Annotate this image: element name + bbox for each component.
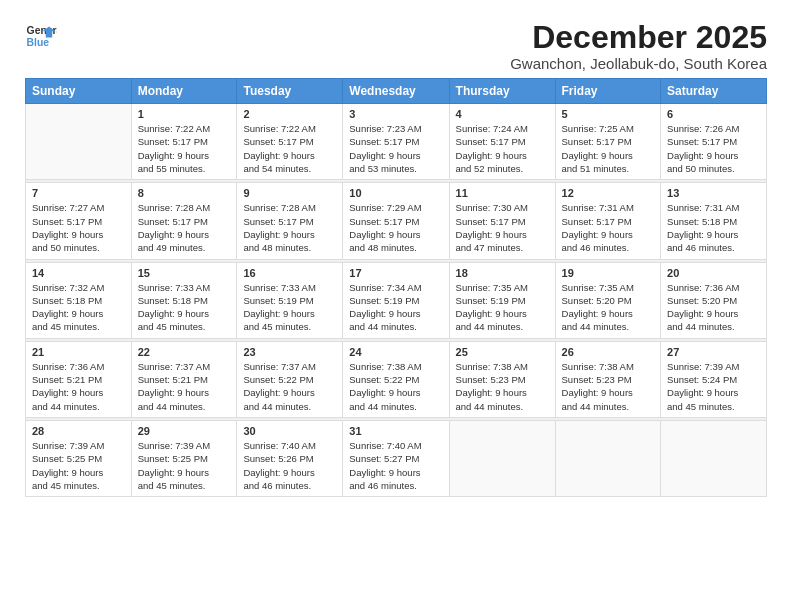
day-number: 30 <box>243 425 336 437</box>
day-number: 20 <box>667 267 760 279</box>
calendar-cell: 23Sunrise: 7:37 AM Sunset: 5:22 PM Dayli… <box>237 341 343 417</box>
day-info: Sunrise: 7:29 AM Sunset: 5:17 PM Dayligh… <box>349 201 442 254</box>
calendar-cell: 11Sunrise: 7:30 AM Sunset: 5:17 PM Dayli… <box>449 183 555 259</box>
calendar-cell: 6Sunrise: 7:26 AM Sunset: 5:17 PM Daylig… <box>661 104 767 180</box>
calendar-cell <box>26 104 132 180</box>
calendar-cell: 25Sunrise: 7:38 AM Sunset: 5:23 PM Dayli… <box>449 341 555 417</box>
calendar-week-3: 14Sunrise: 7:32 AM Sunset: 5:18 PM Dayli… <box>26 262 767 338</box>
day-info: Sunrise: 7:37 AM Sunset: 5:22 PM Dayligh… <box>243 360 336 413</box>
day-info: Sunrise: 7:22 AM Sunset: 5:17 PM Dayligh… <box>138 122 231 175</box>
calendar-cell: 24Sunrise: 7:38 AM Sunset: 5:22 PM Dayli… <box>343 341 449 417</box>
day-number: 17 <box>349 267 442 279</box>
header-saturday: Saturday <box>661 79 767 104</box>
calendar-cell: 18Sunrise: 7:35 AM Sunset: 5:19 PM Dayli… <box>449 262 555 338</box>
day-number: 10 <box>349 187 442 199</box>
day-number: 29 <box>138 425 231 437</box>
calendar-cell: 8Sunrise: 7:28 AM Sunset: 5:17 PM Daylig… <box>131 183 237 259</box>
calendar-cell: 5Sunrise: 7:25 AM Sunset: 5:17 PM Daylig… <box>555 104 661 180</box>
day-info: Sunrise: 7:39 AM Sunset: 5:25 PM Dayligh… <box>32 439 125 492</box>
calendar-cell: 28Sunrise: 7:39 AM Sunset: 5:25 PM Dayli… <box>26 420 132 496</box>
page-container: General Blue December 2025 Gwanchon, Jeo… <box>25 20 767 497</box>
calendar-cell: 13Sunrise: 7:31 AM Sunset: 5:18 PM Dayli… <box>661 183 767 259</box>
day-info: Sunrise: 7:25 AM Sunset: 5:17 PM Dayligh… <box>562 122 655 175</box>
calendar-cell: 4Sunrise: 7:24 AM Sunset: 5:17 PM Daylig… <box>449 104 555 180</box>
calendar-cell: 16Sunrise: 7:33 AM Sunset: 5:19 PM Dayli… <box>237 262 343 338</box>
calendar-cell: 12Sunrise: 7:31 AM Sunset: 5:17 PM Dayli… <box>555 183 661 259</box>
calendar-cell: 17Sunrise: 7:34 AM Sunset: 5:19 PM Dayli… <box>343 262 449 338</box>
calendar-cell <box>449 420 555 496</box>
day-number: 2 <box>243 108 336 120</box>
calendar-cell <box>661 420 767 496</box>
day-number: 24 <box>349 346 442 358</box>
day-number: 15 <box>138 267 231 279</box>
day-info: Sunrise: 7:37 AM Sunset: 5:21 PM Dayligh… <box>138 360 231 413</box>
day-info: Sunrise: 7:38 AM Sunset: 5:23 PM Dayligh… <box>456 360 549 413</box>
day-number: 8 <box>138 187 231 199</box>
svg-text:Blue: Blue <box>27 37 50 48</box>
day-info: Sunrise: 7:33 AM Sunset: 5:19 PM Dayligh… <box>243 281 336 334</box>
day-info: Sunrise: 7:31 AM Sunset: 5:17 PM Dayligh… <box>562 201 655 254</box>
calendar-cell: 20Sunrise: 7:36 AM Sunset: 5:20 PM Dayli… <box>661 262 767 338</box>
header-monday: Monday <box>131 79 237 104</box>
day-number: 4 <box>456 108 549 120</box>
header-thursday: Thursday <box>449 79 555 104</box>
calendar-cell: 9Sunrise: 7:28 AM Sunset: 5:17 PM Daylig… <box>237 183 343 259</box>
day-info: Sunrise: 7:36 AM Sunset: 5:21 PM Dayligh… <box>32 360 125 413</box>
location-subtitle: Gwanchon, Jeollabuk-do, South Korea <box>510 55 767 72</box>
day-info: Sunrise: 7:23 AM Sunset: 5:17 PM Dayligh… <box>349 122 442 175</box>
day-info: Sunrise: 7:24 AM Sunset: 5:17 PM Dayligh… <box>456 122 549 175</box>
day-number: 14 <box>32 267 125 279</box>
calendar-cell: 1Sunrise: 7:22 AM Sunset: 5:17 PM Daylig… <box>131 104 237 180</box>
day-info: Sunrise: 7:39 AM Sunset: 5:24 PM Dayligh… <box>667 360 760 413</box>
calendar-cell: 15Sunrise: 7:33 AM Sunset: 5:18 PM Dayli… <box>131 262 237 338</box>
calendar-week-4: 21Sunrise: 7:36 AM Sunset: 5:21 PM Dayli… <box>26 341 767 417</box>
day-info: Sunrise: 7:32 AM Sunset: 5:18 PM Dayligh… <box>32 281 125 334</box>
day-number: 23 <box>243 346 336 358</box>
calendar-cell: 2Sunrise: 7:22 AM Sunset: 5:17 PM Daylig… <box>237 104 343 180</box>
header-friday: Friday <box>555 79 661 104</box>
day-info: Sunrise: 7:38 AM Sunset: 5:23 PM Dayligh… <box>562 360 655 413</box>
calendar-cell: 14Sunrise: 7:32 AM Sunset: 5:18 PM Dayli… <box>26 262 132 338</box>
day-number: 7 <box>32 187 125 199</box>
calendar-cell: 31Sunrise: 7:40 AM Sunset: 5:27 PM Dayli… <box>343 420 449 496</box>
calendar-cell: 29Sunrise: 7:39 AM Sunset: 5:25 PM Dayli… <box>131 420 237 496</box>
calendar-week-2: 7Sunrise: 7:27 AM Sunset: 5:17 PM Daylig… <box>26 183 767 259</box>
day-info: Sunrise: 7:27 AM Sunset: 5:17 PM Dayligh… <box>32 201 125 254</box>
calendar-cell: 21Sunrise: 7:36 AM Sunset: 5:21 PM Dayli… <box>26 341 132 417</box>
calendar-table: Sunday Monday Tuesday Wednesday Thursday… <box>25 78 767 497</box>
day-number: 21 <box>32 346 125 358</box>
day-number: 18 <box>456 267 549 279</box>
header: General Blue December 2025 Gwanchon, Jeo… <box>25 20 767 72</box>
day-info: Sunrise: 7:35 AM Sunset: 5:20 PM Dayligh… <box>562 281 655 334</box>
day-info: Sunrise: 7:34 AM Sunset: 5:19 PM Dayligh… <box>349 281 442 334</box>
day-number: 28 <box>32 425 125 437</box>
day-info: Sunrise: 7:31 AM Sunset: 5:18 PM Dayligh… <box>667 201 760 254</box>
calendar-cell: 7Sunrise: 7:27 AM Sunset: 5:17 PM Daylig… <box>26 183 132 259</box>
calendar-cell: 26Sunrise: 7:38 AM Sunset: 5:23 PM Dayli… <box>555 341 661 417</box>
day-info: Sunrise: 7:28 AM Sunset: 5:17 PM Dayligh… <box>138 201 231 254</box>
calendar-cell: 22Sunrise: 7:37 AM Sunset: 5:21 PM Dayli… <box>131 341 237 417</box>
calendar-cell: 30Sunrise: 7:40 AM Sunset: 5:26 PM Dayli… <box>237 420 343 496</box>
calendar-cell: 10Sunrise: 7:29 AM Sunset: 5:17 PM Dayli… <box>343 183 449 259</box>
calendar-cell: 3Sunrise: 7:23 AM Sunset: 5:17 PM Daylig… <box>343 104 449 180</box>
day-info: Sunrise: 7:28 AM Sunset: 5:17 PM Dayligh… <box>243 201 336 254</box>
month-title: December 2025 <box>510 20 767 55</box>
day-info: Sunrise: 7:30 AM Sunset: 5:17 PM Dayligh… <box>456 201 549 254</box>
day-number: 12 <box>562 187 655 199</box>
day-number: 5 <box>562 108 655 120</box>
day-info: Sunrise: 7:40 AM Sunset: 5:27 PM Dayligh… <box>349 439 442 492</box>
calendar-week-1: 1Sunrise: 7:22 AM Sunset: 5:17 PM Daylig… <box>26 104 767 180</box>
day-number: 16 <box>243 267 336 279</box>
day-number: 19 <box>562 267 655 279</box>
day-info: Sunrise: 7:36 AM Sunset: 5:20 PM Dayligh… <box>667 281 760 334</box>
day-info: Sunrise: 7:35 AM Sunset: 5:19 PM Dayligh… <box>456 281 549 334</box>
calendar-cell: 19Sunrise: 7:35 AM Sunset: 5:20 PM Dayli… <box>555 262 661 338</box>
day-number: 9 <box>243 187 336 199</box>
day-info: Sunrise: 7:33 AM Sunset: 5:18 PM Dayligh… <box>138 281 231 334</box>
calendar-cell <box>555 420 661 496</box>
day-info: Sunrise: 7:38 AM Sunset: 5:22 PM Dayligh… <box>349 360 442 413</box>
logo-icon: General Blue <box>25 20 57 52</box>
day-number: 1 <box>138 108 231 120</box>
day-number: 31 <box>349 425 442 437</box>
day-number: 11 <box>456 187 549 199</box>
